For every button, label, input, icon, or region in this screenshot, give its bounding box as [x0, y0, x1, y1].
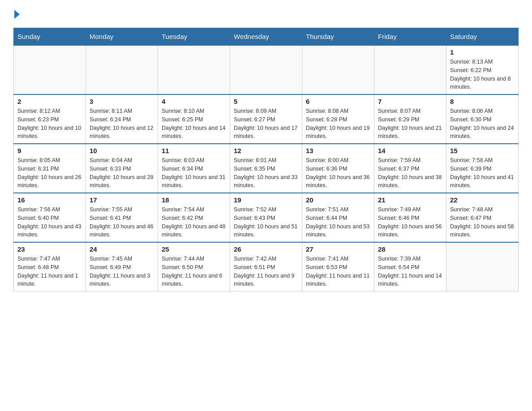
- day-info: Sunrise: 8:12 AMSunset: 6:23 PMDaylight:…: [17, 107, 82, 141]
- weekday-header-thursday: Thursday: [302, 28, 374, 46]
- day-number: 26: [234, 245, 298, 253]
- day-number: 21: [378, 196, 442, 204]
- day-number: 24: [90, 245, 154, 253]
- day-number: 4: [162, 98, 226, 105]
- calendar-week-1: 1Sunrise: 8:13 AMSunset: 6:22 PMDaylight…: [14, 45, 519, 94]
- weekday-header-saturday: Saturday: [446, 28, 519, 46]
- calendar-cell: 26Sunrise: 7:42 AMSunset: 6:51 PMDayligh…: [230, 242, 302, 291]
- day-number: 18: [162, 196, 226, 204]
- day-number: 15: [450, 147, 515, 154]
- weekday-header-monday: Monday: [86, 28, 158, 46]
- day-number: 12: [234, 147, 298, 154]
- day-number: 2: [17, 98, 82, 105]
- calendar-week-2: 2Sunrise: 8:12 AMSunset: 6:23 PMDaylight…: [14, 94, 519, 144]
- calendar-cell: 5Sunrise: 8:09 AMSunset: 6:27 PMDaylight…: [230, 94, 302, 144]
- day-number: 1: [450, 48, 515, 56]
- calendar-cell: 19Sunrise: 7:52 AMSunset: 6:43 PMDayligh…: [230, 193, 302, 242]
- calendar-cell: 8Sunrise: 8:06 AMSunset: 6:30 PMDaylight…: [446, 94, 519, 144]
- calendar-header-row: SundayMondayTuesdayWednesdayThursdayFrid…: [14, 28, 519, 46]
- day-info: Sunrise: 8:00 AMSunset: 6:36 PMDaylight:…: [306, 156, 370, 190]
- calendar-cell: 6Sunrise: 8:08 AMSunset: 6:28 PMDaylight…: [302, 94, 374, 144]
- day-info: Sunrise: 7:45 AMSunset: 6:49 PMDaylight:…: [90, 255, 154, 288]
- day-info: Sunrise: 7:48 AMSunset: 6:47 PMDaylight:…: [450, 206, 515, 239]
- day-info: Sunrise: 7:59 AMSunset: 6:37 PMDaylight:…: [378, 156, 442, 190]
- day-info: Sunrise: 7:49 AMSunset: 6:46 PMDaylight:…: [378, 206, 442, 239]
- calendar-cell: [302, 45, 374, 94]
- calendar-cell: 22Sunrise: 7:48 AMSunset: 6:47 PMDayligh…: [446, 193, 519, 242]
- day-number: 7: [378, 98, 442, 105]
- calendar-cell: [374, 45, 446, 94]
- day-number: 25: [162, 245, 226, 253]
- day-number: 14: [378, 147, 442, 154]
- calendar-cell: 7Sunrise: 8:07 AMSunset: 6:29 PMDaylight…: [374, 94, 446, 144]
- calendar-cell: 21Sunrise: 7:49 AMSunset: 6:46 PMDayligh…: [374, 193, 446, 242]
- day-number: 5: [234, 98, 298, 105]
- logo-arrow-icon: [14, 10, 20, 19]
- day-info: Sunrise: 8:04 AMSunset: 6:33 PMDaylight:…: [90, 156, 154, 190]
- calendar-cell: 15Sunrise: 7:58 AMSunset: 6:39 PMDayligh…: [446, 144, 519, 193]
- day-number: 17: [90, 196, 154, 204]
- day-info: Sunrise: 8:06 AMSunset: 6:30 PMDaylight:…: [450, 107, 515, 141]
- day-number: 22: [450, 196, 515, 204]
- weekday-header-wednesday: Wednesday: [230, 28, 302, 46]
- calendar-week-4: 16Sunrise: 7:56 AMSunset: 6:40 PMDayligh…: [14, 193, 519, 242]
- day-info: Sunrise: 8:05 AMSunset: 6:31 PMDaylight:…: [17, 156, 82, 190]
- calendar-cell: 9Sunrise: 8:05 AMSunset: 6:31 PMDaylight…: [14, 144, 86, 193]
- day-info: Sunrise: 7:54 AMSunset: 6:42 PMDaylight:…: [162, 206, 226, 239]
- calendar-cell: 10Sunrise: 8:04 AMSunset: 6:33 PMDayligh…: [86, 144, 158, 193]
- calendar-cell: 27Sunrise: 7:41 AMSunset: 6:53 PMDayligh…: [302, 242, 374, 291]
- day-number: 16: [17, 196, 82, 204]
- calendar-cell: 11Sunrise: 8:03 AMSunset: 6:34 PMDayligh…: [158, 144, 230, 193]
- calendar-cell: 14Sunrise: 7:59 AMSunset: 6:37 PMDayligh…: [374, 144, 446, 193]
- calendar-cell: [230, 45, 302, 94]
- calendar-cell: [446, 242, 519, 291]
- day-info: Sunrise: 7:52 AMSunset: 6:43 PMDaylight:…: [234, 206, 298, 239]
- calendar-cell: [86, 45, 158, 94]
- day-number: 13: [306, 147, 370, 154]
- weekday-header-sunday: Sunday: [14, 28, 86, 46]
- day-info: Sunrise: 8:11 AMSunset: 6:24 PMDaylight:…: [90, 107, 154, 141]
- day-number: 11: [162, 147, 226, 154]
- calendar-cell: 3Sunrise: 8:11 AMSunset: 6:24 PMDaylight…: [86, 94, 158, 144]
- day-info: Sunrise: 8:08 AMSunset: 6:28 PMDaylight:…: [306, 107, 370, 141]
- weekday-header-tuesday: Tuesday: [158, 28, 230, 46]
- calendar-cell: 2Sunrise: 8:12 AMSunset: 6:23 PMDaylight…: [14, 94, 86, 144]
- day-info: Sunrise: 7:41 AMSunset: 6:53 PMDaylight:…: [306, 255, 370, 288]
- calendar-cell: 20Sunrise: 7:51 AMSunset: 6:44 PMDayligh…: [302, 193, 374, 242]
- day-number: 9: [17, 147, 82, 154]
- day-info: Sunrise: 7:58 AMSunset: 6:39 PMDaylight:…: [450, 156, 515, 190]
- day-info: Sunrise: 7:44 AMSunset: 6:50 PMDaylight:…: [162, 255, 226, 288]
- day-info: Sunrise: 8:09 AMSunset: 6:27 PMDaylight:…: [234, 107, 298, 141]
- day-number: 6: [306, 98, 370, 105]
- day-info: Sunrise: 7:47 AMSunset: 6:48 PMDaylight:…: [17, 255, 82, 288]
- day-info: Sunrise: 8:07 AMSunset: 6:29 PMDaylight:…: [378, 107, 442, 141]
- day-info: Sunrise: 7:51 AMSunset: 6:44 PMDaylight:…: [306, 206, 370, 239]
- calendar-cell: 17Sunrise: 7:55 AMSunset: 6:41 PMDayligh…: [86, 193, 158, 242]
- calendar-cell: 25Sunrise: 7:44 AMSunset: 6:50 PMDayligh…: [158, 242, 230, 291]
- day-info: Sunrise: 7:56 AMSunset: 6:40 PMDaylight:…: [17, 206, 82, 239]
- calendar-cell: 12Sunrise: 8:01 AMSunset: 6:35 PMDayligh…: [230, 144, 302, 193]
- calendar-cell: 24Sunrise: 7:45 AMSunset: 6:49 PMDayligh…: [86, 242, 158, 291]
- day-number: 28: [378, 245, 442, 253]
- calendar-cell: 16Sunrise: 7:56 AMSunset: 6:40 PMDayligh…: [14, 193, 86, 242]
- calendar-week-3: 9Sunrise: 8:05 AMSunset: 6:31 PMDaylight…: [14, 144, 519, 193]
- day-info: Sunrise: 8:03 AMSunset: 6:34 PMDaylight:…: [162, 156, 226, 190]
- day-info: Sunrise: 7:39 AMSunset: 6:54 PMDaylight:…: [378, 255, 442, 288]
- calendar-week-5: 23Sunrise: 7:47 AMSunset: 6:48 PMDayligh…: [14, 242, 519, 291]
- day-info: Sunrise: 8:13 AMSunset: 6:22 PMDaylight:…: [450, 58, 515, 91]
- day-number: 23: [17, 245, 82, 253]
- calendar-cell: 28Sunrise: 7:39 AMSunset: 6:54 PMDayligh…: [374, 242, 446, 291]
- calendar-cell: 1Sunrise: 8:13 AMSunset: 6:22 PMDaylight…: [446, 45, 519, 94]
- day-info: Sunrise: 7:42 AMSunset: 6:51 PMDaylight:…: [234, 255, 298, 288]
- day-number: 8: [450, 98, 515, 105]
- calendar-cell: [14, 45, 86, 94]
- day-number: 10: [90, 147, 154, 154]
- logo: [13, 9, 20, 19]
- page-header: [13, 9, 519, 19]
- calendar-cell: [158, 45, 230, 94]
- calendar-table: SundayMondayTuesdayWednesdayThursdayFrid…: [13, 28, 519, 291]
- day-info: Sunrise: 8:10 AMSunset: 6:25 PMDaylight:…: [162, 107, 226, 141]
- calendar-cell: 18Sunrise: 7:54 AMSunset: 6:42 PMDayligh…: [158, 193, 230, 242]
- calendar-cell: 13Sunrise: 8:00 AMSunset: 6:36 PMDayligh…: [302, 144, 374, 193]
- weekday-header-friday: Friday: [374, 28, 446, 46]
